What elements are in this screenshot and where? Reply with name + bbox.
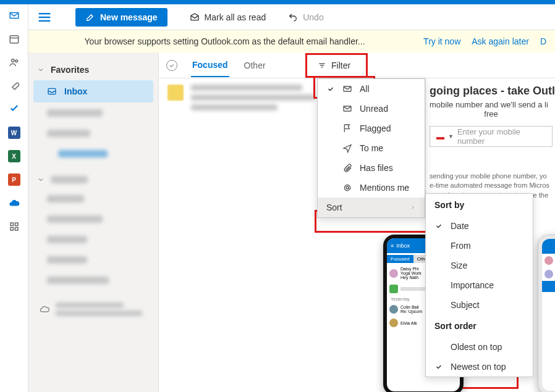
mail-icon — [342, 84, 352, 94]
folders-section-header[interactable] — [28, 171, 158, 188]
chevron-down-icon — [37, 176, 44, 183]
favorites-header[interactable]: Favorites — [28, 60, 158, 80]
sidebar-item-blurred[interactable] — [33, 103, 153, 123]
more-apps-icon[interactable] — [8, 220, 20, 233]
powerpoint-tile-icon[interactable]: P — [8, 173, 20, 186]
sidebar-item-inbox[interactable]: Inbox — [33, 80, 153, 102]
filter-sort-label: Sort — [326, 202, 342, 212]
todo-icon[interactable] — [8, 103, 20, 115]
undo-button[interactable]: Undo — [288, 12, 323, 22]
filter-unread-label: Unread — [360, 104, 388, 114]
promo-subtitle: mobile number and we'll send a li — [430, 100, 553, 109]
flag-icon: ▬ — [436, 132, 444, 141]
filter-option-mentions[interactable]: Mentions me — [318, 178, 425, 198]
banner-ask-later-link[interactable]: Ask again later — [472, 36, 529, 46]
attachment-icon — [342, 163, 352, 173]
mark-all-read-button[interactable]: Mark all as read — [190, 12, 266, 22]
suite-top-stripe — [0, 0, 555, 4]
folder-pane: Favorites Inbox — [28, 52, 158, 392]
sort-option-subject[interactable]: Subject — [426, 295, 533, 315]
mail-icon[interactable] — [8, 9, 20, 22]
tab-other[interactable]: Other — [243, 54, 267, 77]
sort-importance-label: Importance — [451, 280, 494, 290]
excel-tile-icon[interactable]: X — [8, 150, 20, 162]
sort-option-date[interactable]: Date — [426, 216, 533, 236]
phone-ios — [538, 235, 555, 392]
banner-try-now-link[interactable]: Try it now — [423, 36, 460, 46]
filter-button[interactable]: Filter — [310, 57, 358, 74]
check-icon — [434, 363, 443, 370]
mobile-placeholder: Enter your mobile number — [457, 127, 546, 146]
filter-option-all[interactable]: All — [318, 79, 425, 99]
sidebar-item-blurred[interactable] — [33, 230, 153, 249]
onedrive-icon[interactable] — [8, 197, 20, 209]
banner-message: Your browser supports setting Outlook.co… — [37, 36, 412, 46]
sort-option-newest[interactable]: Newest on top — [426, 357, 533, 377]
sort-from-label: From — [451, 241, 471, 251]
banner-dismiss-link[interactable]: D — [540, 36, 546, 46]
inbox-icon — [47, 86, 57, 96]
chevron-right-icon — [410, 202, 416, 212]
filter-option-hasfiles[interactable]: Has files — [318, 158, 425, 178]
sort-oldest-label: Oldest on top — [451, 342, 502, 352]
calendar-icon[interactable] — [8, 33, 20, 45]
default-handler-banner: Your browser supports setting Outlook.co… — [28, 30, 555, 52]
sidebar-item-blurred[interactable] — [33, 270, 153, 290]
phone-inbox-label: Inbox — [396, 243, 410, 249]
chevron-down-icon: ▼ — [448, 133, 454, 140]
mention-icon — [342, 183, 352, 193]
sidebar-item-blurred[interactable] — [33, 189, 153, 209]
new-message-label: New message — [100, 12, 158, 22]
fineprint-line: e-time automated message from Micros — [430, 181, 549, 189]
new-message-button[interactable]: New message — [75, 8, 167, 27]
filter-option-flagged[interactable]: Flagged — [318, 119, 425, 138]
sidebar-item-blurred[interactable] — [33, 250, 153, 270]
filter-option-tome[interactable]: To me — [318, 138, 425, 158]
sort-option-size[interactable]: Size — [426, 256, 533, 275]
check-icon — [434, 222, 443, 230]
svg-rect-0 — [10, 36, 19, 43]
svg-rect-5 — [15, 223, 18, 226]
app-rail: W X P — [0, 4, 28, 392]
filter-label: Filter — [331, 60, 350, 70]
svg-point-3 — [15, 60, 17, 62]
filter-option-unread[interactable]: Unread — [318, 99, 425, 119]
people-icon[interactable] — [8, 56, 20, 69]
sidebar-item-blurred[interactable] — [33, 209, 153, 229]
tab-focused[interactable]: Focused — [191, 54, 229, 77]
svg-point-2 — [11, 59, 14, 62]
mail-thumbnail — [167, 85, 184, 101]
cloud-icon — [40, 304, 49, 314]
filter-icon — [318, 61, 326, 70]
svg-rect-4 — [11, 223, 14, 226]
send-icon — [342, 143, 352, 153]
filter-dropdown: All Unread Flagged To me Has files Menti… — [317, 78, 425, 218]
sort-submenu: Sort by Date From Size Importance Subjec… — [425, 193, 533, 377]
filter-all-label: All — [360, 84, 370, 94]
sidebar-item-blurred[interactable] — [33, 144, 153, 164]
sort-subject-label: Subject — [451, 300, 480, 310]
sort-by-header: Sort by — [426, 194, 533, 216]
select-all-toggle[interactable] — [166, 60, 177, 71]
files-icon[interactable] — [8, 80, 20, 92]
promo-subtitle-2: free — [430, 109, 553, 119]
undo-label: Undo — [303, 12, 323, 22]
sort-option-oldest[interactable]: Oldest on top — [426, 337, 533, 357]
word-tile-icon[interactable]: W — [8, 127, 20, 139]
filter-tome-label: To me — [360, 143, 383, 153]
hamburger-icon[interactable] — [36, 9, 53, 26]
mobile-number-input[interactable]: ▬ ▼ Enter your mobile number — [430, 126, 553, 147]
mail-icon — [342, 104, 352, 114]
sidebar-item-blurred[interactable] — [33, 123, 153, 143]
mark-all-read-label: Mark all as read — [205, 12, 266, 22]
mail-open-icon — [190, 12, 200, 22]
sort-option-from[interactable]: From — [426, 236, 533, 256]
filter-flagged-label: Flagged — [360, 123, 391, 133]
inbox-tabs: Focused Other Filter — [159, 52, 555, 78]
filter-option-sort[interactable]: Sort — [318, 198, 425, 217]
filter-hasfiles-label: Has files — [360, 163, 393, 173]
sort-option-importance[interactable]: Importance — [426, 275, 533, 295]
svg-rect-6 — [11, 228, 14, 231]
flag-icon — [342, 123, 352, 133]
filter-mentions-label: Mentions me — [360, 183, 409, 193]
